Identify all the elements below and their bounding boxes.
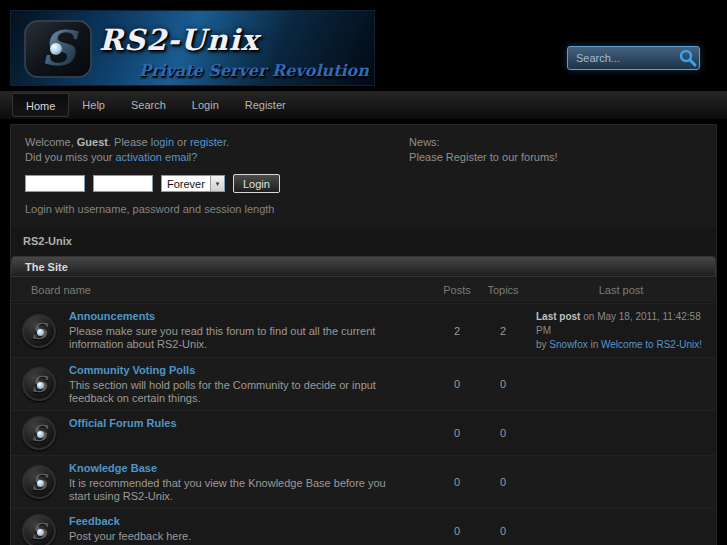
header-topics: Topics (480, 284, 526, 296)
header-posts: Posts (434, 284, 480, 296)
news-text: Please Register to our forums! (409, 150, 702, 165)
search-box (567, 46, 700, 70)
board-description: Please make sure you read this forum to … (69, 325, 399, 351)
category-header[interactable]: The Site (11, 256, 716, 277)
board-topics-count: 0 (480, 416, 526, 450)
search-input[interactable] (568, 52, 677, 64)
welcome-line: Welcome, Guest. Please login or register… (25, 135, 391, 150)
board-topics-count: 0 (480, 363, 526, 405)
chevron-down-icon: ▼ (210, 176, 224, 191)
register-link[interactable]: register (190, 136, 226, 148)
board-icon: S (22, 416, 56, 450)
news-box: News: Please Register to our forums! (391, 135, 702, 215)
board-link[interactable]: Knowledge Base (69, 462, 157, 474)
board-link[interactable]: Announcements (69, 310, 155, 322)
board-description: This section will hold polls for the Com… (69, 379, 399, 405)
board-row: S Knowledge Base It is recommended that … (11, 455, 716, 508)
board-last-post (526, 363, 716, 405)
session-length-select[interactable]: Forever ▼ (161, 175, 225, 192)
last-post-author-link[interactable]: Snowfox (549, 339, 587, 350)
board-description: It is recommended that you view the Know… (69, 477, 399, 503)
main-content: Welcome, Guest. Please login or register… (10, 124, 717, 545)
session-length-value: Forever (162, 176, 210, 191)
header-last-post: Last post (526, 284, 716, 296)
nav-tab-search[interactable]: Search (118, 93, 179, 117)
board-posts-count: 0 (434, 416, 480, 450)
nav-tab-home[interactable]: Home (12, 93, 69, 117)
board-posts-count: 0 (434, 461, 480, 503)
search-icon[interactable] (677, 48, 699, 68)
board-topics-count: 0 (480, 514, 526, 545)
news-label: News: (409, 135, 702, 150)
board-link[interactable]: Community Voting Polls (69, 364, 195, 376)
board-last-post (526, 461, 716, 503)
quick-login-form: Forever ▼ Login (25, 174, 391, 193)
guest-label: Guest (77, 136, 108, 148)
board-icon: S (22, 367, 56, 401)
board-posts-count: 2 (434, 309, 480, 352)
login-hint: Login with username, password and sessio… (25, 203, 391, 215)
header-board-name: Board name (11, 284, 434, 296)
info-panel: Welcome, Guest. Please login or register… (11, 125, 716, 227)
board-topics-count: 0 (480, 461, 526, 503)
board-row: S Announcements Please make sure you rea… (11, 303, 716, 357)
last-post-topic-link[interactable]: Welcome to RS2-Unix! (601, 339, 702, 350)
board-table-header: Board name Posts Topics Last post (11, 277, 716, 303)
board-last-post (526, 514, 716, 545)
board-row: S Official Forum Rules 0 0 (11, 410, 716, 455)
password-field[interactable] (93, 175, 153, 192)
site-subtitle: Private Server Revolution (139, 61, 369, 80)
site-logo-icon: S (23, 18, 95, 80)
breadcrumb[interactable]: RS2-Unix (11, 227, 716, 256)
board-description: Post your feedback here. (69, 530, 399, 543)
main-nav: Home Help Search Login Register (0, 90, 727, 120)
nav-tab-login[interactable]: Login (179, 93, 232, 117)
board-link[interactable]: Feedback (69, 515, 120, 527)
board-topics-count: 2 (480, 309, 526, 352)
board-row: S Feedback Post your feedback here. 0 0 (11, 508, 716, 545)
board-icon: S (22, 465, 56, 499)
board-last-post (526, 416, 716, 450)
logo-banner: S RS2-Unix Private Server Revolution (10, 10, 375, 86)
nav-tab-help[interactable]: Help (69, 93, 118, 117)
guest-welcome-box: Welcome, Guest. Please login or register… (25, 135, 391, 215)
site-header: S RS2-Unix Private Server Revolution (0, 0, 727, 90)
board-last-post: Last post on May 18, 2011, 11:42:58 PM b… (526, 309, 716, 352)
board-posts-count: 0 (434, 514, 480, 545)
board-icon: S (22, 514, 56, 545)
board-icon: S (22, 314, 56, 348)
username-field[interactable] (25, 175, 85, 192)
board-posts-count: 0 (434, 363, 480, 405)
activation-email-link[interactable]: activation email? (115, 151, 197, 163)
board-link[interactable]: Official Forum Rules (69, 417, 177, 429)
site-title: RS2-Unix (99, 23, 259, 57)
activation-line: Did you miss your activation email? (25, 150, 391, 165)
nav-tab-register[interactable]: Register (232, 93, 299, 117)
login-button[interactable]: Login (233, 174, 280, 193)
login-link[interactable]: login (151, 136, 174, 148)
board-row: S Community Voting Polls This section wi… (11, 357, 716, 410)
